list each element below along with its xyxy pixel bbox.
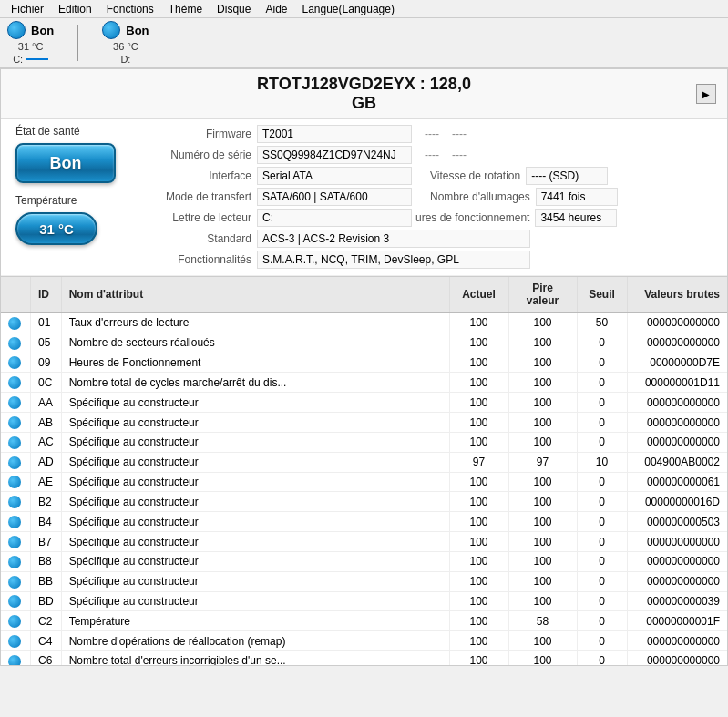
toolbar-separator [77,25,78,61]
row-actuel: 100 [449,551,508,571]
row-name: Nombre de secteurs réalloués [61,333,449,353]
table-row[interactable]: B7 Spécifique au constructeur 100 100 0 … [1,532,727,552]
table-row[interactable]: B2 Spécifique au constructeur 100 100 0 … [1,492,727,512]
row-pire: 100 [508,492,577,512]
row-name: Spécifique au constructeur [61,413,449,433]
row-id: C2 [31,611,62,631]
drive-d-label: Bon [126,24,149,37]
row-name: Nombre d'opérations de réallocation (rem… [61,631,449,651]
menu-langue[interactable]: Langue(Language) [295,2,402,16]
menu-theme[interactable]: Thème [161,2,210,16]
features-field[interactable] [257,251,530,269]
row-icon-cell [1,631,31,651]
row-actuel: 100 [449,373,508,393]
menu-aide[interactable]: Aide [258,2,294,16]
serial-field[interactable] [257,146,412,164]
row-seuil: 0 [577,611,627,631]
row-icon-cell [1,312,31,333]
row-brutes: 00000000016D [627,492,727,512]
table-row[interactable]: AD Spécifique au constructeur 97 97 10 0… [1,452,727,472]
menu-fonctions[interactable]: Fonctions [99,2,161,16]
menu-fichier[interactable]: Fichier [4,2,51,16]
row-icon-cell [1,333,31,353]
row-icon-cell [1,512,31,532]
col-header-pire: Pire valeur [508,277,577,312]
row-icon-cell [1,393,31,413]
rotation-field[interactable] [526,167,608,185]
health-button[interactable]: Bon [15,143,116,183]
table-row[interactable]: B4 Spécifique au constructeur 100 100 0 … [1,512,727,532]
row-id: AB [31,413,62,433]
table-row[interactable]: AC Spécifique au constructeur 100 100 0 … [1,432,727,452]
row-actuel: 100 [449,312,508,333]
row-actuel: 100 [449,333,508,353]
row-status-icon [8,456,21,469]
hours-field[interactable] [535,209,617,227]
ignitions-label: Nombre d'allumages [412,190,536,203]
row-status-icon [8,635,21,648]
col-header-seuil: Seuil [577,277,627,312]
row-pire: 100 [508,512,577,532]
row-seuil: 0 [577,413,627,433]
col-header-brutes: Valeurs brutes [627,277,727,312]
table-row[interactable]: 05 Nombre de secteurs réalloués 100 100 … [1,333,727,353]
transfer-label: Mode de transfert [148,190,257,203]
drive-c-label: Bon [31,24,54,37]
smart-table-wrapper[interactable]: ID Nom d'attribut Actuel Pire valeur Seu… [1,276,727,665]
interface-field[interactable] [257,167,412,185]
row-pire: 100 [508,393,577,413]
row-brutes: 000000001D11 [627,373,727,393]
letter-field[interactable] [257,209,412,227]
menu-edition[interactable]: Edition [51,2,99,16]
table-row[interactable]: BB Spécifique au constructeur 100 100 0 … [1,571,727,591]
drive-title-bar: RTOTJ128VGD2EYX : 128,0 GB ▶ [1,69,727,119]
table-row[interactable]: C2 Température 100 58 0 00000000001F [1,611,727,631]
table-row[interactable]: BD Spécifique au constructeur 100 100 0 … [1,591,727,611]
row-seuil: 0 [577,333,627,353]
table-row[interactable]: AB Spécifique au constructeur 100 100 0 … [1,413,727,433]
row-name: Spécifique au constructeur [61,452,449,472]
toolbar: Bon 31 °C C: Bon 36 °C D: [0,18,728,68]
col-header-name: Nom d'attribut [61,277,449,312]
smart-table: ID Nom d'attribut Actuel Pire valeur Seu… [1,277,727,665]
play-button[interactable]: ▶ [696,84,716,104]
ignitions-field[interactable] [536,188,618,206]
firmware-label: Firmware [148,128,257,140]
toolbar-drive-c[interactable]: Bon 31 °C C: [7,21,54,65]
table-row[interactable]: 0C Nombre total de cycles marche/arrêt d… [1,373,727,393]
row-brutes: 000000000000 [627,551,727,571]
row-id: C4 [31,631,62,651]
drive-c-icon [7,21,26,39]
row-status-icon [8,595,21,608]
table-row[interactable]: AA Spécifique au constructeur 100 100 0 … [1,393,727,413]
table-row[interactable]: C6 Nombre total d'erreurs incorrigibles … [1,651,727,665]
transfer-field[interactable] [257,188,412,206]
row-id: AC [31,432,62,452]
table-row[interactable]: B8 Spécifique au constructeur 100 100 0 … [1,551,727,571]
row-status-icon [8,416,21,429]
toolbar-drive-d[interactable]: Bon 36 °C D: [102,21,149,65]
rotation-label: Vitesse de rotation [412,169,526,182]
temp-button[interactable]: 31 °C [15,212,97,245]
standard-label: Standard [148,232,257,245]
firmware-field[interactable] [257,125,412,143]
row-pire: 97 [508,452,577,472]
serial-label: Numéro de série [148,149,257,161]
row-seuil: 0 [577,651,627,665]
features-label: Fonctionnalités [148,253,257,266]
letter-label: Lettre de lecteur [148,211,257,224]
row-status-icon [8,356,21,369]
table-row[interactable]: 09 Heures de Fonctionnement 100 100 0 00… [1,353,727,373]
row-status-icon [8,396,21,409]
row-brutes: 000000000000 [627,631,727,651]
row-brutes: 000000000061 [627,472,727,492]
row-icon-cell [1,452,31,472]
row-pire: 100 [508,551,577,571]
standard-field[interactable] [257,230,530,248]
table-row[interactable]: C4 Nombre d'opérations de réallocation (… [1,631,727,651]
table-row[interactable]: 01 Taux d'erreurs de lecture 100 100 50 … [1,312,727,333]
menu-disque[interactable]: Disque [210,2,258,16]
table-row[interactable]: AE Spécifique au constructeur 100 100 0 … [1,472,727,492]
row-actuel: 97 [449,452,508,472]
row-seuil: 0 [577,353,627,373]
